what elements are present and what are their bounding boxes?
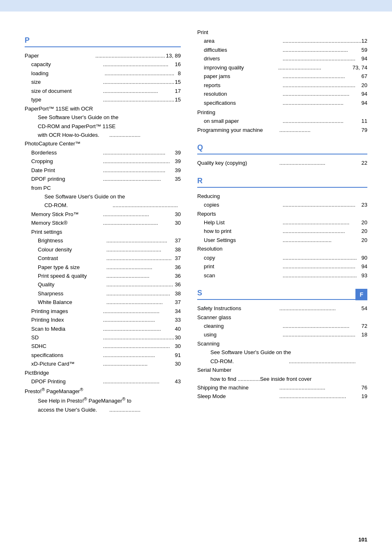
section-letter-p: P <box>25 36 181 45</box>
list-item: type ...................................… <box>25 95 181 104</box>
section-divider-s <box>197 299 367 300</box>
list-item: Memory Stick Pro™ ......................… <box>25 210 181 219</box>
list-item: xD-Picture Card™ .......................… <box>25 359 181 368</box>
list-item: Paper ..................................… <box>25 51 181 60</box>
list-item: Scan to Media ..........................… <box>25 325 181 333</box>
list-item: CD-ROM. ................................… <box>25 201 181 210</box>
list-item: Paper type & size ......................… <box>25 263 181 272</box>
list-item: size of document .......................… <box>25 87 181 95</box>
list-item: See Software User's Guide on the <box>25 113 181 122</box>
list-item: PhotoCapture Center™ <box>25 139 181 148</box>
list-item: Borderless .............................… <box>25 148 181 157</box>
list-item: CD-ROM and PaperPort™ 11SE <box>25 122 181 131</box>
list-item: Contrast ...............................… <box>25 254 181 263</box>
list-item: specifications .........................… <box>25 351 181 359</box>
list-item: Quality key (copying) ..................… <box>197 159 367 167</box>
list-item: Scanner glass <box>197 313 367 322</box>
list-item: Reducing <box>197 192 367 200</box>
section-letter-q: Q <box>197 143 367 152</box>
left-column: P Paper ................................… <box>25 28 181 415</box>
list-item: improving quality ......................… <box>197 63 367 72</box>
list-item: Help List ..............................… <box>197 218 367 227</box>
list-item: Printing <box>197 108 367 117</box>
list-item: resolution .............................… <box>197 90 367 98</box>
list-item: Quality ................................… <box>25 280 181 289</box>
list-item: from PC <box>25 184 181 192</box>
list-item: scan ...................................… <box>197 271 367 280</box>
list-item: Programming your machine ...............… <box>197 126 367 134</box>
list-item: copies .................................… <box>197 200 367 209</box>
list-item: access the User's Guide. ...............… <box>25 405 181 414</box>
list-item: See Help in Presto!® PageManager® to <box>25 396 181 405</box>
list-item: drivers ................................… <box>197 54 367 63</box>
section-divider-p <box>25 46 181 47</box>
list-item: Date Print .............................… <box>25 166 181 175</box>
list-item: DPOF Printing ..........................… <box>25 377 181 386</box>
right-column: Print area .............................… <box>197 28 367 415</box>
list-item: specifications .........................… <box>197 99 367 107</box>
list-item: loading ................................… <box>25 69 181 78</box>
list-item: Resolution <box>197 244 367 253</box>
list-item: Print <box>197 28 367 37</box>
list-item: Reports <box>197 210 367 218</box>
list-item: difficulties ...........................… <box>197 46 367 54</box>
list-item: SDHC ...................................… <box>25 342 181 350</box>
list-item: Print speed & quality ..................… <box>25 272 181 280</box>
list-item: PictBridge <box>25 368 181 377</box>
tab-f-label: F <box>355 289 367 300</box>
list-item: on small paper .........................… <box>197 117 367 125</box>
list-item: Sharpness ..............................… <box>25 289 181 298</box>
list-item: See Software User's Guide on the <box>197 348 367 357</box>
list-item: how to print ...........................… <box>197 227 367 235</box>
page-container: P Paper ................................… <box>0 12 392 439</box>
list-item: Presto!® PageManager® <box>25 386 181 396</box>
section-divider-q <box>197 154 367 154</box>
list-item: using ..................................… <box>197 330 367 339</box>
list-item: Cropping ...............................… <box>25 157 181 166</box>
list-item: capacity ...............................… <box>25 60 181 69</box>
list-item: how to find ...............See inside fr… <box>197 375 367 383</box>
page-header <box>0 0 392 12</box>
list-item: Colour density .........................… <box>25 245 181 254</box>
list-item: CD-ROM. ................................… <box>197 357 367 366</box>
list-item: size ...................................… <box>25 78 181 86</box>
list-item: See Software User's Guide on the <box>25 192 181 201</box>
list-item: Serial Number <box>197 366 367 374</box>
list-item: print ..................................… <box>197 262 367 271</box>
list-item: User Settings ..........................… <box>197 236 367 244</box>
list-item: Brightness .............................… <box>25 236 181 245</box>
list-item: Printing images ........................… <box>25 307 181 315</box>
section-letter-s: S <box>197 289 367 297</box>
list-item: White Balance ..........................… <box>25 298 181 306</box>
list-item: PaperPort™ 11SE with OCR <box>25 104 181 113</box>
list-item: Shipping the machine ...................… <box>197 383 367 392</box>
list-item: Printing Index .........................… <box>25 315 181 324</box>
list-item: DPOF printing ..........................… <box>25 175 181 183</box>
list-item: cleaning ...............................… <box>197 322 367 330</box>
list-item: copy ...................................… <box>197 253 367 262</box>
page-number: 101 <box>358 537 367 543</box>
list-item: paper jams .............................… <box>197 72 367 81</box>
section-letter-r: R <box>197 177 367 185</box>
list-item: Scanning <box>197 339 367 348</box>
list-item: area ...................................… <box>197 37 367 45</box>
list-item: with OCR How-to-Guides. ................… <box>25 131 181 139</box>
list-item: Memory Stick® ..........................… <box>25 219 181 227</box>
list-item: SD .....................................… <box>25 333 181 342</box>
list-item: Safety Instructions ....................… <box>197 304 367 313</box>
section-divider-r <box>197 187 367 188</box>
list-item: Print settings <box>25 228 181 236</box>
list-item: Sleep Mode .............................… <box>197 392 367 401</box>
list-item: reports ................................… <box>197 81 367 90</box>
